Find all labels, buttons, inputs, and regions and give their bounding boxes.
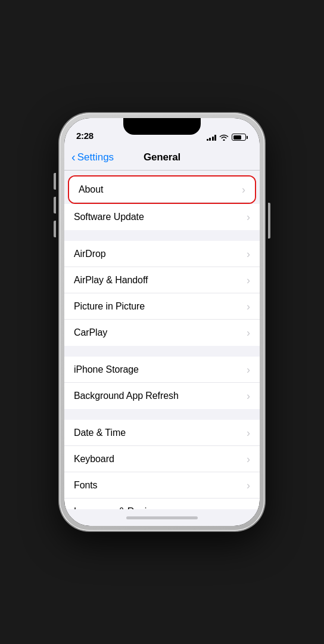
fonts-label: Fonts <box>74 480 98 491</box>
back-label: Settings <box>77 151 114 163</box>
home-indicator <box>64 509 260 526</box>
keyboard-label: Keyboard <box>74 454 114 465</box>
list-item[interactable]: Background App Refresh › <box>64 383 260 409</box>
list-item[interactable]: About › <box>69 177 255 203</box>
about-label: About <box>79 184 103 195</box>
back-button[interactable]: ‹ Settings <box>71 151 114 163</box>
power-button[interactable] <box>268 203 270 239</box>
screen-content: 2:28 <box>64 118 260 526</box>
status-icons <box>207 134 248 141</box>
list-item[interactable]: AirDrop › <box>64 241 260 267</box>
wifi-icon <box>219 134 229 141</box>
chevron-icon: › <box>247 327 250 338</box>
list-item[interactable]: Language & Region › <box>64 499 260 509</box>
chevron-icon: › <box>247 506 250 510</box>
bg-refresh-label: Background App Refresh <box>74 391 179 401</box>
list-item[interactable]: Keyboard › <box>64 446 260 472</box>
section-4: Date & Time › Keyboard › Fonts <box>64 420 260 509</box>
about-right: › <box>242 184 245 195</box>
settings-content: About › Software Update › <box>64 171 260 509</box>
divider <box>64 346 260 357</box>
iphone-storage-label: iPhone Storage <box>74 364 139 375</box>
chevron-icon: › <box>247 275 250 286</box>
battery-icon <box>232 134 248 141</box>
section-2: AirDrop › AirPlay & Handoff › Picture in… <box>64 241 260 346</box>
software-update-label: Software Update <box>74 212 144 222</box>
software-update-right: › <box>247 212 250 222</box>
list-item[interactable]: Fonts › <box>64 472 260 499</box>
airplay-label: AirPlay & Handoff <box>74 275 148 286</box>
list-item[interactable]: iPhone Storage › <box>64 357 260 383</box>
chevron-icon: › <box>247 480 250 491</box>
chevron-icon: › <box>247 428 250 438</box>
about-highlight-border: About › <box>68 175 256 204</box>
carplay-label: CarPlay <box>74 327 107 338</box>
chevron-icon: › <box>247 301 250 312</box>
list-item[interactable]: Date & Time › <box>64 420 260 446</box>
airdrop-label: AirDrop <box>74 249 106 259</box>
phone-frame: 2:28 <box>60 113 264 531</box>
status-time: 2:28 <box>76 131 94 141</box>
section-3: iPhone Storage › Background App Refresh … <box>64 357 260 409</box>
language-region-label: Language & Region <box>74 506 157 510</box>
page-title: General <box>144 151 180 163</box>
chevron-icon: › <box>247 364 250 375</box>
chevron-icon: › <box>247 454 250 465</box>
list-item[interactable]: AirPlay & Handoff › <box>64 267 260 293</box>
pip-label: Picture in Picture <box>74 301 145 312</box>
chevron-icon: › <box>242 184 245 195</box>
silent-switch[interactable] <box>54 221 56 237</box>
home-bar <box>126 516 198 519</box>
date-time-label: Date & Time <box>74 428 126 438</box>
list-item[interactable]: Software Update › <box>74 204 260 230</box>
divider <box>64 409 260 420</box>
back-chevron-icon: ‹ <box>71 151 76 163</box>
chevron-icon: › <box>247 249 250 259</box>
section-1-wrapper: About › Software Update › <box>64 171 260 230</box>
notch <box>123 118 201 135</box>
navigation-bar: ‹ Settings General <box>64 144 260 171</box>
list-item[interactable]: CarPlay › <box>64 320 260 346</box>
volume-down-button[interactable] <box>54 197 56 213</box>
chevron-icon: › <box>247 212 250 222</box>
list-item[interactable]: Picture in Picture › <box>64 293 260 320</box>
chevron-icon: › <box>247 391 250 401</box>
divider <box>64 230 260 241</box>
phone-screen: 2:28 <box>64 118 260 526</box>
volume-up-button[interactable] <box>54 173 56 190</box>
signal-icon <box>207 134 217 141</box>
